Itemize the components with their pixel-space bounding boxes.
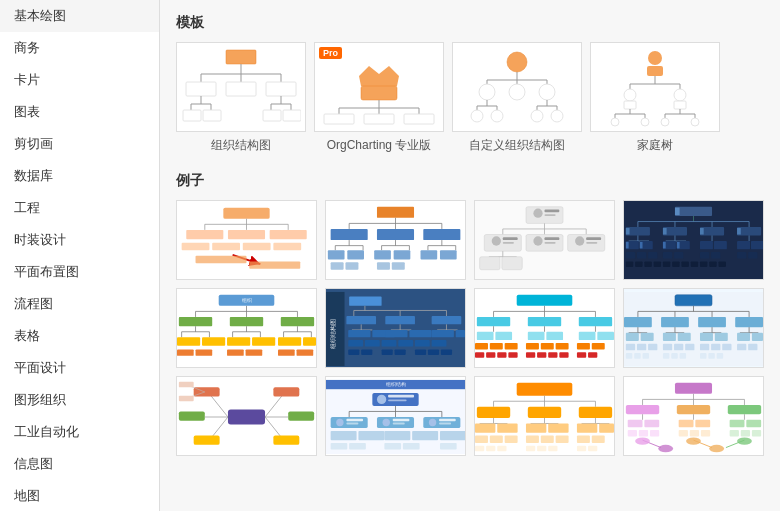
svg-rect-435	[497, 446, 506, 452]
svg-rect-268	[441, 349, 452, 355]
sidebar-item-7[interactable]: 时装设计	[0, 224, 159, 256]
template-item-4[interactable]: 家庭树	[590, 42, 720, 154]
svg-rect-114	[421, 250, 438, 259]
sidebar-item-11[interactable]: 平面设计	[0, 352, 159, 384]
sidebar-item-3[interactable]: 图表	[0, 96, 159, 128]
svg-rect-299	[526, 352, 535, 358]
sidebar-item-6[interactable]: 工程	[0, 192, 159, 224]
svg-rect-423	[577, 423, 597, 432]
svg-rect-361	[179, 411, 205, 420]
svg-rect-97	[423, 229, 460, 240]
example-thumb-7	[474, 288, 615, 368]
svg-rect-352	[717, 353, 723, 359]
template-label-4: 家庭树	[637, 137, 673, 154]
svg-rect-108	[374, 250, 391, 259]
example-item-7[interactable]	[474, 288, 615, 368]
svg-rect-288	[490, 343, 503, 349]
svg-rect-192	[663, 261, 670, 267]
template-label-3: 自定义组织结构图	[469, 137, 565, 154]
svg-rect-440	[588, 446, 597, 452]
main-content: 模板	[160, 0, 780, 511]
example-thumb-2	[325, 200, 466, 280]
svg-rect-118	[377, 262, 390, 269]
templates-section-title: 模板	[176, 14, 764, 32]
svg-rect-196	[700, 261, 707, 267]
svg-rect-334	[637, 344, 646, 350]
svg-point-391	[429, 419, 436, 426]
svg-rect-154	[626, 228, 630, 234]
template-item-1[interactable]: 组织结构图	[176, 42, 306, 154]
svg-rect-432	[592, 436, 605, 443]
svg-rect-324	[678, 333, 691, 341]
example-item-4[interactable]	[623, 200, 764, 280]
svg-rect-14	[203, 110, 221, 121]
example-item-11[interactable]	[474, 376, 615, 456]
svg-rect-220	[252, 337, 275, 345]
svg-rect-365	[273, 436, 299, 445]
svg-point-134	[533, 236, 542, 245]
svg-point-121	[533, 209, 542, 218]
svg-rect-376	[388, 399, 407, 401]
example-item-10[interactable]: 组织结构	[325, 376, 466, 456]
svg-rect-301	[548, 352, 557, 358]
svg-rect-263	[361, 349, 372, 355]
svg-rect-262	[348, 349, 359, 355]
template-item-3[interactable]: 自定义组织结构图	[452, 42, 582, 154]
template-thumb-1	[176, 42, 306, 132]
svg-rect-291	[541, 343, 554, 349]
svg-point-138	[575, 236, 584, 245]
example-item-5[interactable]: 组织	[176, 288, 317, 368]
svg-rect-0	[226, 50, 256, 64]
sidebar-item-15[interactable]: 地图	[0, 480, 159, 511]
svg-rect-180	[637, 252, 646, 258]
example-item-9[interactable]	[176, 376, 317, 456]
svg-rect-306	[675, 295, 712, 306]
svg-rect-400	[349, 443, 366, 449]
svg-rect-185	[711, 252, 720, 258]
example-item-2[interactable]	[325, 200, 466, 280]
template-thumb-2: Pro	[314, 42, 444, 132]
svg-rect-194	[681, 261, 688, 267]
svg-rect-276	[528, 317, 561, 326]
svg-rect-174	[700, 241, 713, 249]
template-thumb-3	[452, 42, 582, 132]
example-item-6[interactable]: 组织结构图	[325, 288, 466, 368]
template-item-2[interactable]: Pro OrgCharting 专业版	[314, 42, 444, 154]
sidebar-item-13[interactable]: 工业自动化	[0, 416, 159, 448]
svg-rect-298	[508, 352, 517, 358]
examples-section-title: 例子	[176, 172, 764, 190]
svg-rect-348	[671, 353, 677, 359]
svg-rect-337	[674, 344, 683, 350]
svg-point-470	[737, 437, 752, 444]
sidebar-item-14[interactable]: 信息图	[0, 448, 159, 480]
svg-point-51	[551, 110, 563, 122]
svg-rect-213	[177, 337, 200, 345]
example-item-8[interactable]	[623, 288, 764, 368]
sidebar-item-0[interactable]: 基本绘图	[0, 0, 159, 32]
sidebar-item-12[interactable]: 图形组织	[0, 384, 159, 416]
svg-rect-109	[394, 250, 411, 259]
example-item-3[interactable]	[474, 200, 615, 280]
svg-rect-331	[737, 333, 750, 341]
svg-rect-295	[475, 352, 484, 358]
svg-rect-84	[212, 243, 240, 250]
svg-rect-28	[324, 114, 354, 124]
svg-rect-336	[663, 344, 672, 350]
svg-rect-303	[577, 352, 586, 358]
sidebar-item-5[interactable]: 数据库	[0, 160, 159, 192]
svg-rect-191	[654, 261, 661, 267]
svg-rect-339	[700, 344, 709, 350]
svg-marker-21	[359, 66, 399, 86]
sidebar-item-10[interactable]: 表格	[0, 320, 159, 352]
svg-rect-335	[648, 344, 657, 350]
svg-rect-225	[278, 337, 301, 345]
sidebar-item-1[interactable]: 商务	[0, 32, 159, 64]
sidebar-item-9[interactable]: 流程图	[0, 288, 159, 320]
sidebar-item-8[interactable]: 平面布置图	[0, 256, 159, 288]
sidebar-item-4[interactable]: 剪切画	[0, 128, 159, 160]
svg-rect-429	[541, 436, 554, 443]
sidebar-item-2[interactable]: 卡片	[0, 64, 159, 96]
svg-rect-449	[728, 405, 761, 414]
example-item-1[interactable]	[176, 200, 317, 280]
example-item-12[interactable]	[623, 376, 764, 456]
